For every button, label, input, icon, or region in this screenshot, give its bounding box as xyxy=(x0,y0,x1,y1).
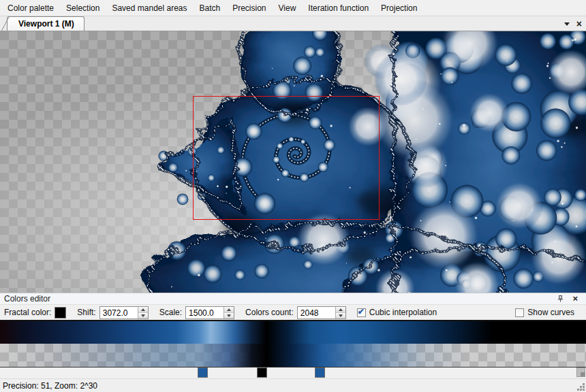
cubic-interpolation-checkbox[interactable]: ✔ xyxy=(357,308,366,317)
cubic-interpolation-label: Cubic interpolation xyxy=(369,308,437,317)
palette-bar-opaque[interactable] xyxy=(0,320,586,344)
scale-spin-down-button[interactable] xyxy=(224,312,234,318)
colors-editor-header: Colors editor × xyxy=(0,293,586,305)
fractal-color-label: Fractal color: xyxy=(4,308,51,317)
show-curves-checkbox[interactable]: ✔ xyxy=(515,308,524,317)
status-bar: Precision: 51, Zoom: 2^30 xyxy=(0,379,586,392)
scale-label: Scale: xyxy=(159,308,182,317)
colors-editor-controls: Fractal color: Shift: 3072.0 Scale: 1500… xyxy=(0,305,586,320)
colors-count-spinbox[interactable]: 2048 xyxy=(297,306,346,319)
gradient-marker[interactable] xyxy=(257,368,267,378)
shift-spin-up-button[interactable] xyxy=(138,307,148,312)
status-text: Precision: 51, Zoom: 2^30 xyxy=(3,381,97,391)
tab-close-icon[interactable]: × xyxy=(576,20,582,28)
tab-viewport-1[interactable]: Viewport 1 (M) xyxy=(7,16,84,31)
scale-value[interactable]: 1500.0 xyxy=(186,307,223,318)
tab-label: Viewport 1 (M) xyxy=(18,19,74,29)
palette-bar-alpha[interactable] xyxy=(0,344,586,368)
fractal-canvas[interactable] xyxy=(0,31,586,293)
track-end-button[interactable] xyxy=(576,368,585,377)
menu-item[interactable]: Projection xyxy=(375,1,423,15)
shift-spinbox[interactable]: 3072.0 xyxy=(99,306,149,319)
menu-bar: Color paletteSelectionSaved mandel areas… xyxy=(0,0,586,16)
tab-strip: Viewport 1 (M) × xyxy=(0,16,586,31)
show-curves-label: Show curves xyxy=(527,308,574,317)
selection-rectangle[interactable] xyxy=(193,96,380,220)
app-window: Color paletteSelectionSaved mandel areas… xyxy=(0,0,586,392)
gradient-marker[interactable] xyxy=(315,368,325,378)
shift-value[interactable]: 3072.0 xyxy=(100,307,138,318)
pin-icon[interactable] xyxy=(557,295,564,303)
shift-spin-down-button[interactable] xyxy=(138,312,148,318)
shift-label: Shift: xyxy=(77,308,95,317)
menu-item[interactable]: Selection xyxy=(60,1,106,15)
menu-item[interactable]: Iteration function xyxy=(302,1,375,15)
menu-item[interactable]: Precision xyxy=(226,1,272,15)
resize-grip[interactable] xyxy=(576,382,585,391)
panel-title: Colors editor xyxy=(4,294,557,304)
scale-spinbox[interactable]: 1500.0 xyxy=(185,306,234,319)
menu-item[interactable]: Saved mandel areas xyxy=(106,1,193,15)
gradient-marker-track[interactable] xyxy=(0,368,586,379)
scale-spin-up-button[interactable] xyxy=(224,307,234,312)
colors-count-spin-up-button[interactable] xyxy=(336,307,345,312)
menu-item[interactable]: Batch xyxy=(194,1,227,15)
tab-list-dropdown-icon[interactable] xyxy=(564,22,570,26)
menu-item[interactable]: Color palette xyxy=(1,1,60,15)
gradient-marker[interactable] xyxy=(198,368,208,378)
colors-count-spin-down-button[interactable] xyxy=(336,312,345,318)
checkmark-icon: ✔ xyxy=(358,307,365,316)
colors-count-label: Colors count: xyxy=(245,308,294,317)
panel-close-icon[interactable]: × xyxy=(572,295,578,302)
menu-item[interactable]: View xyxy=(273,1,303,15)
colors-count-value[interactable]: 2048 xyxy=(298,307,335,318)
fractal-color-swatch[interactable] xyxy=(55,307,66,318)
